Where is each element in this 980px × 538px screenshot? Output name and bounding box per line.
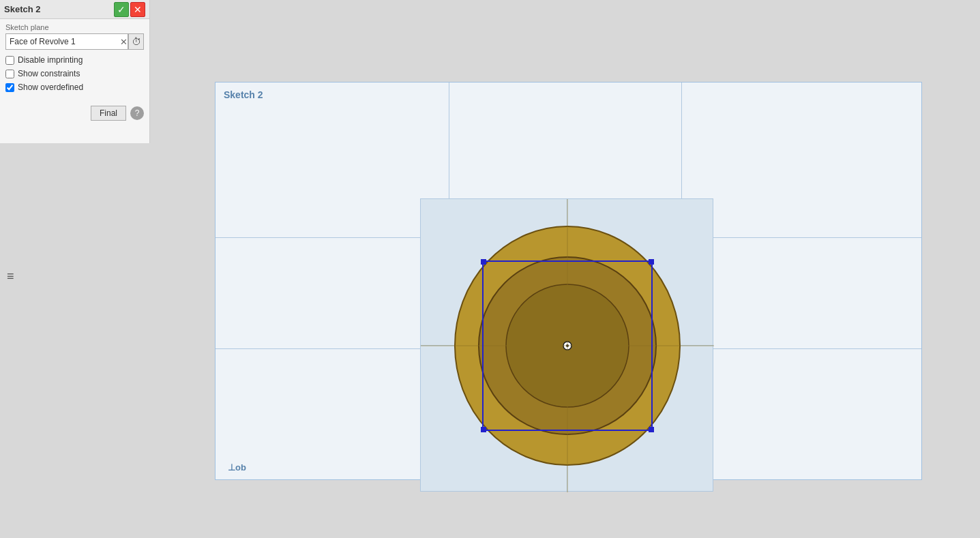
sketch-canvas: Sketch 2 [215,82,922,480]
sketch-plane-row: Face of Revolve 1 ✕ ⏱ [5,33,144,50]
left-panel: Sketch 2 ✓ ✕ Sketch plane Face of Revolv… [0,0,150,143]
sketch-plane-input[interactable] [5,33,128,50]
confirm-button[interactable]: ✓ [114,2,129,17]
handle-tl[interactable] [481,259,486,265]
handle-br[interactable] [649,427,654,432]
coord-label: ⊥ob [228,462,246,473]
panel-title: Sketch 2 [4,4,40,14]
main-viewport: Sketch 2 [0,0,980,538]
sidebar-list-icon[interactable]: ≡ [7,269,14,284]
plane-clear-button[interactable]: ✕ [120,37,128,47]
disable-imprinting-checkbox[interactable] [5,56,14,65]
header-buttons: ✓ ✕ [114,2,145,17]
sketch-plane-label: Sketch plane [5,23,144,31]
panel-footer: Final ? [0,103,149,123]
panel-body: Sketch plane Face of Revolve 1 ✕ ⏱ Disab… [0,19,149,100]
show-overdefined-label[interactable]: Show overdefined [18,83,83,92]
disable-imprinting-label[interactable]: Disable imprinting [18,55,83,65]
selection-box [482,260,653,431]
show-overdefined-row: Show overdefined [5,83,144,92]
disable-imprinting-row: Disable imprinting [5,55,144,65]
final-button[interactable]: Final [91,106,126,121]
show-constraints-checkbox[interactable] [5,70,14,78]
handle-tr[interactable] [649,259,654,265]
cancel-button[interactable]: ✕ [130,2,145,17]
show-constraints-label[interactable]: Show constraints [18,69,80,78]
clock-icon: ⏱ [132,36,141,47]
show-constraints-row: Show constraints [5,69,144,78]
sketch-title: Sketch 2 [224,89,263,100]
plane-clock-button[interactable]: ⏱ [128,33,144,50]
panel-header: Sketch 2 ✓ ✕ [0,0,149,19]
show-overdefined-checkbox[interactable] [5,83,14,92]
help-button[interactable]: ? [130,106,144,120]
inner-sketch-box [420,198,713,492]
handle-bl[interactable] [481,427,486,432]
